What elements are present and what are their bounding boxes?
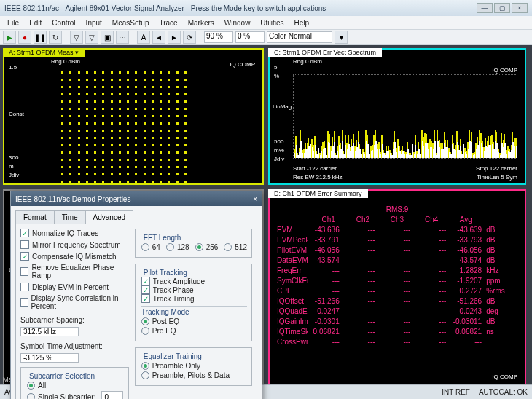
- tab-format[interactable]: Format: [15, 210, 55, 224]
- panel-c-stop: Stop 122 carrier: [476, 165, 517, 172]
- panel-d-iqcomp: IQ COMP: [492, 373, 517, 382]
- menu-bar: File Edit Control Input MeasSetup Trace …: [0, 16, 532, 29]
- panel-c-start: Start -122 carrier: [293, 165, 337, 172]
- chk-normalize-label: Normalize IQ Traces: [32, 229, 98, 237]
- fft-legend: FFT Length: [141, 234, 184, 242]
- tab-time[interactable]: Time: [54, 210, 86, 224]
- tool-marker-icon[interactable]: ▽: [70, 31, 83, 44]
- toolbar-colormode[interactable]: Color Normal: [267, 31, 332, 43]
- panel-d-tab[interactable]: D: Ch1 OFDM Error Summary: [268, 189, 368, 198]
- chk-syncpct-label: Display Sync Correlation in Percent: [31, 294, 129, 310]
- dialog-title: IEEE 802.11n/ac Demod Properties: [15, 195, 130, 203]
- chk-evmpct-label: Display EVM in Percent: [32, 283, 109, 291]
- maximize-button[interactable]: ▢: [494, 3, 510, 13]
- panel-c-iqcomp: IQ COMP: [492, 67, 517, 74]
- status-autocal: AUTOCAL: OK: [479, 388, 528, 396]
- subsel-legend: Subcarrier Selection: [27, 372, 97, 380]
- radio-fft256[interactable]: [195, 243, 203, 251]
- radio-fft512[interactable]: [224, 243, 232, 251]
- subspacing-input[interactable]: [20, 327, 79, 336]
- menu-edit[interactable]: Edit: [25, 17, 46, 28]
- tool-record-icon[interactable]: ●: [18, 31, 31, 44]
- radio-single-label: Single Subcarrier:: [38, 393, 95, 400]
- radio-fft64[interactable]: [141, 243, 149, 251]
- radio-all[interactable]: [27, 382, 35, 390]
- tool-option-icon[interactable]: ⋯: [116, 31, 129, 44]
- menu-input[interactable]: Input: [82, 17, 106, 28]
- demod-properties-dialog: IEEE 802.11n/ac Demod Properties × Forma…: [10, 191, 262, 399]
- menu-markers[interactable]: Markers: [184, 17, 219, 28]
- tool-dropdown-icon[interactable]: ▾: [335, 31, 348, 44]
- axis-label: 500: [274, 138, 283, 145]
- symtime-label: Symbol Time Adjustment:: [20, 342, 129, 350]
- menu-file[interactable]: File: [3, 17, 23, 28]
- symtime-input[interactable]: [20, 353, 79, 363]
- ptrack-legend: Pilot Tracking: [141, 269, 189, 277]
- tool-square-icon[interactable]: ▣: [101, 31, 114, 44]
- toolbar: ▶ ● ❚❚ ↻ ▽ ▽ ▣ ⋯ A ◄ ► ⟳ 90 % 0 % Color …: [0, 29, 532, 45]
- menu-help[interactable]: Help: [290, 17, 314, 28]
- spectrum-plot: [293, 74, 517, 159]
- radio-preeq[interactable]: [141, 327, 149, 335]
- chk-syncpct[interactable]: [20, 298, 28, 307]
- chk-compensate[interactable]: ✓: [20, 252, 29, 261]
- tmode-legend: Tracking Mode: [141, 308, 247, 316]
- chk-normalize[interactable]: ✓: [20, 229, 29, 237]
- radio-ppd[interactable]: [141, 371, 149, 379]
- panel-d-error-summary: D: Ch1 OFDM Error Summary RMS:9 Ch1Ch2Ch…: [268, 189, 526, 397]
- axis-label: %: [274, 73, 279, 79]
- minimize-button[interactable]: —: [477, 3, 493, 13]
- axis-label: Jdiv: [274, 156, 284, 162]
- toolbar-pct2[interactable]: 0 %: [235, 31, 265, 43]
- radio-single[interactable]: [27, 393, 35, 400]
- title-bar: IEEE 802.11n/ac - Agilent 89x01 Vector S…: [0, 0, 532, 16]
- close-button[interactable]: ×: [512, 3, 528, 13]
- panel-a-range: Rng 0 dBm: [51, 58, 80, 65]
- menu-meassetup[interactable]: MeasSetup: [108, 17, 154, 28]
- panel-c-rbw: Res BW 312.5 kHz: [293, 174, 343, 181]
- menu-window[interactable]: Window: [220, 17, 255, 28]
- tool-pause-icon[interactable]: ❚❚: [34, 31, 47, 44]
- chk-mirror[interactable]: [20, 240, 29, 249]
- chk-tracktime[interactable]: ✓: [141, 294, 150, 303]
- app-title: IEEE 802.11n/ac - Agilent 89x01 Vector S…: [4, 4, 326, 12]
- panel-c-spectrum: C: Strm1 OFDM Err Vect Spectrum Rng 0 dB…: [268, 48, 526, 185]
- axis-label: Const: [9, 111, 24, 117]
- radio-posteq[interactable]: [141, 317, 149, 325]
- menu-control[interactable]: Control: [47, 17, 79, 28]
- radio-preamble[interactable]: [141, 362, 149, 370]
- single-subcarrier-input[interactable]: [101, 391, 123, 399]
- axis-label: 300: [9, 154, 18, 161]
- chk-removeeq[interactable]: [20, 267, 28, 276]
- chk-compensate-label: Compensate IQ Mismatch: [32, 253, 117, 261]
- chk-removeeq-label: Remove Equalizer Phase Ramp: [31, 264, 128, 280]
- axis-label: m: [9, 163, 14, 170]
- tool-auto-icon[interactable]: A: [137, 31, 150, 44]
- tool-repeat-icon[interactable]: ↻: [49, 31, 62, 44]
- panel-c-range: Rng 0 dBm: [293, 58, 322, 65]
- chk-trackphase[interactable]: ✓: [141, 285, 150, 294]
- dialog-close-icon[interactable]: ×: [253, 195, 257, 203]
- axis-label: LinMag: [273, 103, 292, 110]
- tool-back-icon[interactable]: ◄: [152, 31, 165, 44]
- tool-refresh-icon[interactable]: ⟳: [183, 31, 196, 44]
- panel-a-tab[interactable]: A: Strm1 OFDM Meas ▾: [3, 48, 85, 57]
- panel-c-tab[interactable]: C: Strm1 OFDM Err Vect Spectrum: [268, 48, 382, 57]
- tool-fwd-icon[interactable]: ►: [168, 31, 181, 44]
- tool-marker2-icon[interactable]: ▽: [85, 31, 98, 44]
- chk-trackamp[interactable]: ✓: [141, 277, 150, 285]
- menu-utilities[interactable]: Utilities: [256, 17, 288, 28]
- panel-a-iqcomp: IQ COMP: [230, 61, 255, 68]
- chk-evmpct[interactable]: [20, 283, 29, 291]
- tab-advanced[interactable]: Advanced: [85, 210, 133, 224]
- dialog-titlebar: IEEE 802.11n/ac Demod Properties ×: [11, 191, 262, 206]
- radio-fft128[interactable]: [166, 243, 174, 251]
- menu-trace[interactable]: Trace: [154, 17, 181, 28]
- axis-label: m%: [274, 147, 284, 154]
- toolbar-pct1[interactable]: 90 %: [204, 31, 233, 43]
- panel-a-constellation: A: Strm1 OFDM Meas ▾ Rng 0 dBm IQ COMP 1…: [3, 48, 264, 185]
- panel-c-timelen: TimeLen 5 Sym: [477, 174, 517, 181]
- subspacing-label: Subcarrier Spacing:: [20, 316, 129, 324]
- status-intref: INT REF: [442, 388, 470, 396]
- tool-play-icon[interactable]: ▶: [3, 31, 16, 44]
